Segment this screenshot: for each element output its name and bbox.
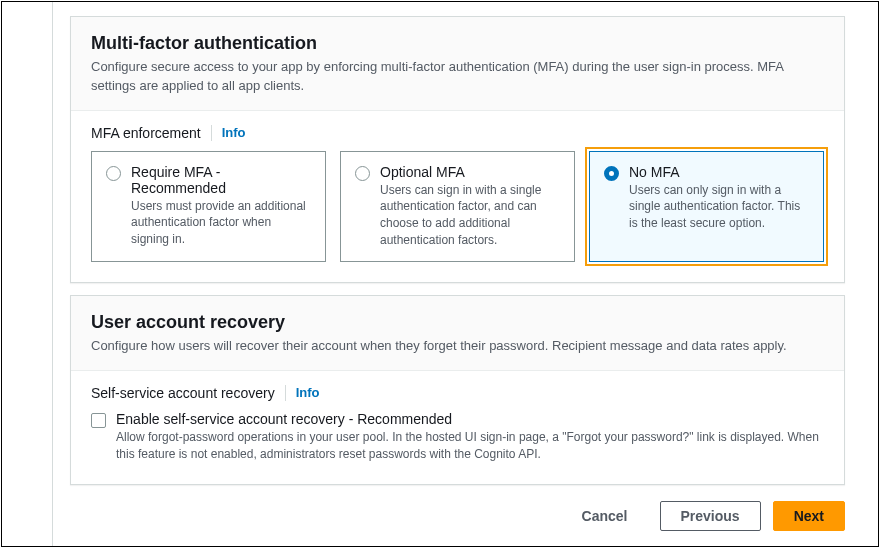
mfa-panel-body: MFA enforcement Info Require MFA - Recom…	[71, 111, 844, 282]
divider	[285, 385, 286, 401]
recovery-panel: User account recovery Configure how user…	[70, 295, 845, 485]
mfa-enforcement-label-row: MFA enforcement Info	[91, 125, 824, 141]
self-service-checkbox[interactable]	[91, 413, 106, 428]
recovery-panel-body: Self-service account recovery Info Enabl…	[71, 371, 844, 484]
cancel-button[interactable]: Cancel	[562, 502, 648, 530]
recovery-title: User account recovery	[91, 312, 824, 333]
mfa-radio-group: Require MFA - Recommended Users must pro…	[91, 151, 824, 262]
recovery-panel-header: User account recovery Configure how user…	[71, 296, 844, 371]
self-service-label-row: Self-service account recovery Info	[91, 385, 824, 401]
radio-icon	[355, 166, 370, 181]
recovery-description: Configure how users will recover their a…	[91, 337, 824, 356]
mfa-enforcement-label: MFA enforcement	[91, 125, 201, 141]
mfa-panel: Multi-factor authentication Configure se…	[70, 16, 845, 283]
next-button[interactable]: Next	[773, 501, 845, 531]
self-service-checkbox-row: Enable self-service account recovery - R…	[91, 411, 824, 464]
checkbox-title: Enable self-service account recovery - R…	[116, 411, 824, 427]
recovery-info-link[interactable]: Info	[296, 385, 320, 400]
mfa-panel-header: Multi-factor authentication Configure se…	[71, 17, 844, 111]
radio-title: Require MFA - Recommended	[131, 164, 311, 196]
radio-card-no-mfa[interactable]: No MFA Users can only sign in with a sin…	[589, 151, 824, 262]
radio-desc: Users can sign in with a single authenti…	[380, 182, 560, 249]
mfa-info-link[interactable]: Info	[222, 125, 246, 140]
mfa-title: Multi-factor authentication	[91, 33, 824, 54]
radio-desc: Users can only sign in with a single aut…	[629, 182, 809, 232]
radio-desc: Users must provide an additional authent…	[131, 198, 311, 248]
divider	[211, 125, 212, 141]
radio-icon	[604, 166, 619, 181]
self-service-label: Self-service account recovery	[91, 385, 275, 401]
previous-button[interactable]: Previous	[660, 501, 761, 531]
checkbox-desc: Allow forgot-password operations in your…	[116, 429, 824, 464]
mfa-description: Configure secure access to your app by e…	[91, 58, 824, 96]
radio-card-require-mfa[interactable]: Require MFA - Recommended Users must pro…	[91, 151, 326, 262]
radio-card-optional-mfa[interactable]: Optional MFA Users can sign in with a si…	[340, 151, 575, 262]
radio-title: No MFA	[629, 164, 809, 180]
radio-icon	[106, 166, 121, 181]
radio-title: Optional MFA	[380, 164, 560, 180]
form-scroll-area: Multi-factor authentication Configure se…	[52, 2, 863, 546]
wizard-footer: Cancel Previous Next	[52, 485, 863, 541]
